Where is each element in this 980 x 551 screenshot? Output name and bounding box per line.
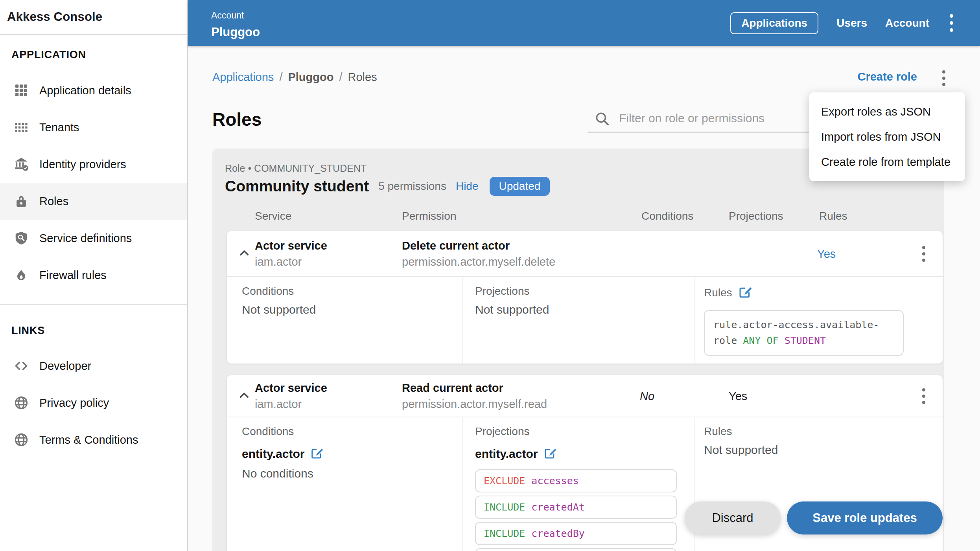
sidebar-section-links: LINKS <box>11 325 45 337</box>
rules-value: Not supported <box>704 443 778 457</box>
topnav-applications-button[interactable]: Applications <box>730 12 818 34</box>
topnav-account-link[interactable]: Account <box>885 17 929 29</box>
sidebar-item-identity-providers[interactable]: Identity providers <box>0 146 187 183</box>
collapse-chevron-up-icon[interactable] <box>236 388 252 405</box>
sidebar-divider <box>0 304 187 305</box>
breadcrumb-roles: Roles <box>348 71 377 84</box>
sidebar-nav-links: Developer Privacy policy Terms & Conditi… <box>0 347 187 458</box>
globe-icon <box>13 432 29 448</box>
menu-item-export-roles[interactable]: Export roles as JSON <box>809 99 965 124</box>
projections-label: Projections <box>475 285 549 298</box>
breadcrumb-separator: / <box>339 71 342 84</box>
column-header-rules: Rules <box>819 210 847 222</box>
sidebar-item-label: Identity providers <box>39 158 126 171</box>
roles-kebab-menu-icon[interactable] <box>942 69 945 88</box>
permission-card-delete-current-actor: Actor service iam.actor Delete current a… <box>227 231 943 364</box>
projection-chip: INCLUDE createdBy <box>475 522 677 545</box>
code-icon <box>13 358 29 374</box>
service-cell: Actor service iam.actor <box>255 239 327 268</box>
create-role-button[interactable]: Create role <box>857 70 917 83</box>
role-name-row: Community student 5 permissions Hide Upd… <box>225 177 550 196</box>
menu-item-import-roles[interactable]: Import roles from JSON <box>809 124 965 149</box>
edit-conditions-icon[interactable] <box>310 446 323 461</box>
column-header-service: Service <box>255 210 291 222</box>
topbar-context-label: Account <box>211 10 244 21</box>
column-divider <box>462 417 463 551</box>
sidebar-item-label: Privacy policy <box>39 397 109 410</box>
sidebar-item-label: Application details <box>39 84 131 97</box>
service-name: Actor service <box>255 239 327 252</box>
projection-chip <box>475 548 677 551</box>
column-header-conditions: Conditions <box>641 210 693 222</box>
sidebar-item-application-details[interactable]: Application details <box>0 72 187 109</box>
conditions-value: Not supported <box>242 303 316 316</box>
projection-op: INCLUDE <box>484 528 525 539</box>
sidebar-item-label: Terms & Conditions <box>39 433 138 446</box>
main-content: Applications / Pluggoo / Roles Create ro… <box>188 46 980 551</box>
topbar: Account Pluggoo Applications Users Accou… <box>188 0 980 46</box>
projections-summary: Yes <box>729 389 747 402</box>
rules-detail: Rules rule.actor-access.available-role A… <box>704 285 904 356</box>
topbar-kebab-menu-icon[interactable] <box>947 10 956 36</box>
permission-cell: Delete current actor permission.actor.my… <box>402 239 555 268</box>
role-hide-link[interactable]: Hide <box>456 180 479 193</box>
projection-chip: EXCLUDE accesses <box>475 469 677 492</box>
rule-value: STUDENT <box>785 335 826 346</box>
permission-name: Delete current actor <box>402 239 555 252</box>
globe-icon <box>13 395 29 411</box>
sidebar-item-label: Tenants <box>39 121 79 134</box>
projection-field: accesses <box>531 475 578 487</box>
topnav-users-link[interactable]: Users <box>836 17 867 29</box>
sidebar-item-firewall-rules[interactable]: Firewall rules <box>0 257 187 294</box>
edit-rules-icon[interactable] <box>738 285 752 301</box>
permission-row: Actor service iam.actor Read current act… <box>227 375 943 417</box>
sidebar-item-service-definitions[interactable]: Service definitions <box>0 220 187 257</box>
role-status-badge: Updated <box>490 177 550 196</box>
rules-label: Rules <box>704 287 732 299</box>
permission-kebab-menu-icon[interactable] <box>922 387 925 406</box>
column-header-permission: Permission <box>402 210 456 222</box>
sidebar-item-label: Roles <box>39 195 68 208</box>
breadcrumb-pluggoo[interactable]: Pluggoo <box>288 71 333 84</box>
sidebar-item-privacy-policy[interactable]: Privacy policy <box>0 384 187 421</box>
service-id: iam.actor <box>255 398 327 411</box>
floating-actions: Discard Save role updates <box>685 501 943 534</box>
permission-id: permission.actor.myself.delete <box>402 255 555 268</box>
collapse-chevron-up-icon[interactable] <box>236 245 252 263</box>
roles-actions-menu: Export roles as JSON Import roles from J… <box>809 92 965 181</box>
discard-button[interactable]: Discard <box>685 501 781 534</box>
projection-chip-list: EXCLUDE accesses INCLUDE createdAt INCLU… <box>475 469 677 551</box>
sidebar-item-label: Service definitions <box>39 232 132 245</box>
role-permission-count: 5 permissions <box>378 180 446 193</box>
conditions-label: Conditions <box>242 425 323 438</box>
permissions-table-header: Service Permission Conditions Projection… <box>212 210 944 224</box>
conditions-summary: No <box>640 389 654 402</box>
projections-detail: Projections Not supported <box>475 285 549 316</box>
breadcrumb-applications[interactable]: Applications <box>212 71 274 84</box>
sidebar-item-roles[interactable]: Roles <box>0 183 187 220</box>
service-cell: Actor service iam.actor <box>255 382 327 411</box>
search-icon <box>594 110 610 129</box>
rules-detail: Rules Not supported <box>704 425 778 457</box>
rules-summary-link[interactable]: Yes <box>817 247 836 260</box>
projections-value: Not supported <box>475 303 549 316</box>
conditions-value: No conditions <box>242 467 323 480</box>
edit-projections-icon[interactable] <box>543 446 556 461</box>
breadcrumb: Applications / Pluggoo / Roles <box>212 71 377 84</box>
conditions-detail: Conditions Not supported <box>242 285 316 316</box>
save-role-updates-button[interactable]: Save role updates <box>787 501 943 534</box>
role-code: COMMUNITY_STUDENT <box>254 163 367 174</box>
sidebar-item-tenants[interactable]: Tenants <box>0 109 187 146</box>
role-category: Role <box>225 163 245 174</box>
projections-label: Projections <box>475 425 677 438</box>
bank-check-icon <box>13 156 29 172</box>
sidebar-item-terms-conditions[interactable]: Terms & Conditions <box>0 421 187 458</box>
menu-item-create-role-from-template[interactable]: Create role from template <box>809 149 965 174</box>
projection-field: createdBy <box>531 528 584 539</box>
sidebar-item-developer[interactable]: Developer <box>0 347 187 384</box>
permission-kebab-menu-icon[interactable] <box>922 244 925 263</box>
page-title: Roles <box>212 109 262 130</box>
permission-id: permission.actor.myself.read <box>402 398 547 411</box>
sidebar-section-application: APPLICATION <box>11 49 86 61</box>
rule-operator: ANY_OF <box>743 335 778 346</box>
